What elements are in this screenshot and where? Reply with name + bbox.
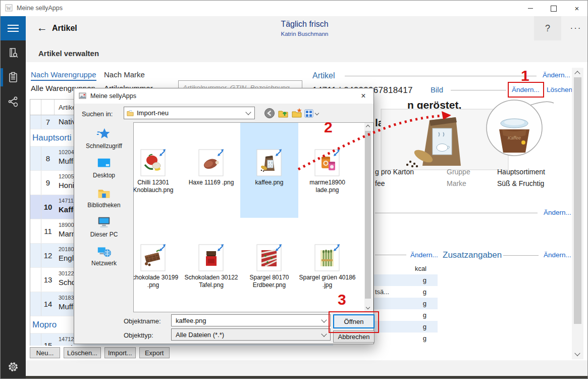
file-list-scrollbar-thumb[interactable] [365,131,371,299]
file-item[interactable]: Schokoladen 30122 Tafel.png [182,218,240,312]
brand-label: Marke [447,179,466,187]
maximize-button[interactable] [542,1,565,16]
file-item[interactable]: Spargel 80170 Erdbeer.png [240,218,298,312]
help-button[interactable]: ? [534,16,561,40]
footer-toolbar: Neu...Löschen...Import...Export [30,347,170,358]
view-menu-chevron-icon[interactable] [315,111,319,115]
kaffee-fragment: fee [375,179,385,187]
objekttyp-label: Objekttyp: [124,331,153,339]
marmelade-thumbnail-icon [314,148,341,177]
file-item[interactable]: marme18900 lade.png [298,123,356,218]
section2-change-link[interactable]: Ändern... [544,209,571,216]
app-logo-icon: W [5,4,13,12]
nutrition-table: kcalgtsä...ggggg [374,263,438,344]
nutrient-row: g [374,274,438,286]
objekttyp-combobox[interactable]: Alle Dateien (*.*) [171,328,331,341]
place-netzwerk[interactable]: Netzwerk [77,244,131,267]
folder-small-icon [126,110,134,117]
svg-text:Kaffee: Kaffee [508,135,521,140]
hamburger-menu-icon[interactable] [1,16,26,40]
file-item[interactable]: Schokolade 30199 .png [133,218,182,312]
lookin-value: Import-neu [137,109,169,117]
lookin-combobox[interactable]: Import-neu [124,107,255,119]
erdbeer-thumbnail-icon [256,243,283,272]
file-item[interactable]: Chilli 12301 Knoblauch.png [133,123,182,218]
schokolade-thumbnail-icon [140,243,167,272]
group-label: Gruppe [447,168,470,176]
file-item[interactable]: kaffee.png [240,123,298,218]
file-list-scrollbar[interactable] [364,123,372,312]
file-list[interactable]: Chilli 12301 Knoblauch.png Haxe 11169 .p… [133,122,373,312]
image-label: Bild [431,85,443,94]
place-desktop[interactable]: Desktop [77,156,131,179]
titlebar: W Meine sellyApps × [1,1,588,16]
user-name: Katrin Buschmann [228,31,382,37]
nutrient-row: tsä...g [374,286,438,298]
brand-value: Süß & Fruchtig [497,179,544,187]
spargel-thumbnail-icon [314,243,341,272]
lookin-label: Suchen in: [82,110,113,118]
file-item[interactable]: Haxe 11169 .png [182,123,240,218]
share-icon[interactable] [7,96,19,108]
extras-change-link[interactable]: Ändern... [544,251,571,259]
app-window: W Meine sellyApps × ← Artikel Täglich fr… [0,0,588,379]
more-button[interactable]: ··· [564,16,587,40]
article-change-link[interactable]: Ändern... [543,71,570,79]
haxe-thumbnail-icon [198,148,225,177]
objektname-value: kaffee.png [172,317,206,324]
chilli-thumbnail-icon [140,148,167,177]
annotation-step-3: 3 [338,291,346,308]
window-title: Meine sellyApps [17,5,63,12]
back-icon[interactable] [264,108,275,119]
nutrition-change-link[interactable]: Ändern... [410,251,438,259]
kaffee-thumbnail-icon [256,148,283,177]
annotation-step-1: 1 [521,67,529,84]
footer-button-4[interactable]: Export [139,347,170,358]
article-image: Kaffee [379,99,571,172]
dialog-close-icon[interactable]: × [357,90,369,102]
new-folder-icon[interactable] [291,108,302,119]
dialog-logo-icon [79,92,87,100]
detail-section-title: Artikel [312,71,335,80]
back-arrow-icon[interactable]: ← [37,22,47,34]
footer-button-3[interactable]: Import... [104,347,136,358]
tab-by-group[interactable]: Nach Warengruppe [31,70,96,81]
up-one-level-icon[interactable] [278,108,289,119]
status-strip [26,360,588,376]
settings-gear-icon[interactable] [7,361,19,373]
desktop-icon [96,156,112,171]
desktop-edge [26,376,588,379]
main-scrollbar-thumb[interactable] [574,77,581,324]
shop-name: Täglich frisch [228,20,382,29]
objektname-combobox[interactable]: kaffee.png [171,314,331,326]
section-heading: Artikel verwalten [38,49,99,58]
tafel-thumbnail-icon [198,243,225,272]
footer-button-1[interactable]: Neu... [30,347,60,358]
close-button[interactable]: × [565,1,588,16]
chevron-down-icon [245,109,251,115]
place-dieser-pc[interactable]: Dieser PC [77,215,131,238]
nutrient-row: g [374,309,438,321]
view-menu-icon[interactable] [304,108,315,119]
file-item[interactable]: Spargel grüen 40186 .jpg [298,218,356,312]
annotation-step-2: 2 [324,119,333,136]
articles-clipboard-icon[interactable] [7,71,19,83]
nutrient-row: g [374,298,438,309]
catalog-search-icon[interactable] [7,47,19,59]
place-schnellzugriff[interactable]: Schnellzugriff [77,126,131,150]
footer-button-2[interactable]: Löschen... [64,347,101,358]
dialog-title: Meine sellyApps [90,92,136,100]
annotation-box-3 [329,311,379,333]
svg-text:W: W [7,6,12,11]
page-title: Artikel [52,24,77,33]
minimize-button[interactable] [519,1,542,16]
tab-by-brand[interactable]: Nach Marke [104,70,145,79]
place-bibliotheken[interactable]: Bibliotheken [77,185,131,209]
carton-fragment: g pro Karton [375,168,414,176]
nutrient-row: g [374,321,438,333]
libraries-icon [96,185,112,201]
network-icon [96,244,112,259]
this-pc-icon [96,215,112,230]
dialog-titlebar: Meine sellyApps × [74,88,373,104]
account-header: Täglich frisch Katrin Buschmann [228,20,382,37]
